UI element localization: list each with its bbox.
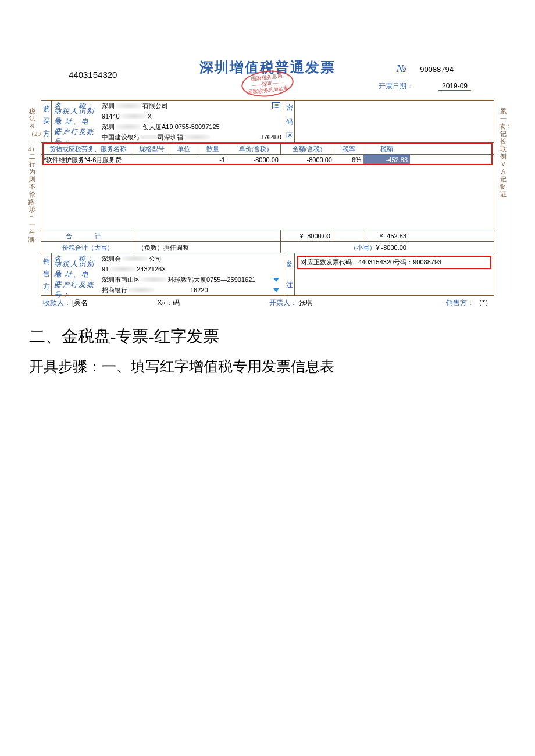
col-rate: 税率 — [334, 143, 363, 155]
invoice-footer: 收款人：[吴名 X«：码 开票人：张琪 销售方：（*） — [41, 296, 494, 308]
buyer-section-label: 购买方 — [41, 101, 52, 142]
totals-row: 合 计 ¥ -8000.00 ¥ -452.83 — [41, 230, 494, 242]
item-unit — [169, 155, 198, 165]
section-heading: 二、金税盘-专票-红字发票 — [29, 325, 506, 347]
invoice-code: 4403154320 — [69, 70, 117, 80]
invoice-frame: 购买方 名 称： 深圳有限公司☰ 纳税人识别号： 91440X 地 址、电 话：… — [41, 100, 494, 296]
grand-total-sm-value: ¥ -8000.00 — [376, 244, 406, 251]
seller-block: 销售方 名 称： 深圳会公司 纳税人识别号： 912432126X 地 址、电 … — [41, 253, 494, 295]
seller-name-value: 深圳会公司 — [102, 255, 281, 263]
seller-bank-label: 开户行及账号： — [54, 280, 102, 300]
total-tax: ¥ -452.83 — [363, 230, 410, 242]
items-body: *软件维护服务*4-6月服务费 -1 -8000.00 -8000.00 6% … — [41, 155, 494, 230]
item-row[interactable]: *软件维护服务*4-6月服务费 -1 -8000.00 -8000.00 6% … — [41, 155, 494, 165]
issue-date-label: 开票日期： — [379, 82, 413, 90]
item-tax: -452.83 — [363, 155, 410, 165]
cipher-section-label: 密码区 — [284, 101, 295, 142]
seller-taxid-value: 912432126X — [102, 266, 281, 273]
grand-total-cn: （负数）捌仟圆整 — [134, 242, 281, 253]
invoice-no-label: № — [397, 63, 406, 74]
buyer-taxid-value: 91440X — [102, 113, 281, 120]
dropdown-icon[interactable] — [273, 278, 279, 282]
item-qty: -1 — [198, 155, 227, 165]
seller-section-label: 销售方 — [41, 253, 52, 295]
col-unit: 单位 — [169, 143, 198, 155]
col-tax: 税额 — [363, 143, 410, 155]
dropdown-icon[interactable] — [273, 288, 279, 292]
total-amount: ¥ -8000.00 — [281, 230, 334, 242]
document-body: 二、金税盘-专票-红字发票 开具步骤：一、填写红字增值税专用发票信息表 — [29, 325, 506, 376]
remark-section-label: 备注 — [284, 253, 295, 295]
seller-addr-value: 深圳市南山区环球数码大厦0755—25901621 — [102, 275, 281, 284]
lookup-icon[interactable]: ☰ — [272, 102, 280, 109]
step-text: 开具步骤：一、填写红字增值税专用发票信息表 — [29, 357, 506, 376]
col-name: 货物或应税劳务、服务名称 — [41, 143, 134, 155]
right-margin-text: 累一改：记长联例Ｖ方记股·证 — [499, 108, 507, 198]
col-qty: 数量 — [198, 143, 227, 155]
col-spec: 规格型号 — [134, 143, 169, 155]
left-margin-text: 税法·9（20—4）二行为则不徐路·珍*·一斗满· — [28, 108, 36, 243]
checker-value: X«：码 — [158, 298, 180, 308]
item-spec — [134, 155, 169, 165]
buyer-bank-value: 中国建设银行司深圳福376480 — [102, 133, 281, 142]
payee-label: 收款人： — [43, 298, 71, 308]
buyer-addr-value: 深圳创大厦A19 0755-50097125 — [102, 123, 281, 131]
invoice: 税法·9（20—4）二行为则不徐路·珍*·一斗满· 累一改：记长联例Ｖ方记股·证… — [41, 58, 494, 308]
seller-bank-value: 招商银行16220 — [102, 286, 281, 295]
cipher-area — [295, 101, 494, 142]
seller-seal-value: （*） — [475, 298, 492, 308]
grand-total-label: 价税合计（大写） — [41, 242, 134, 253]
grand-total-row: 价税合计（大写） （负数）捌仟圆整 （小写）¥ -8000.00 — [41, 242, 494, 253]
col-amount: 金额(含税) — [281, 143, 334, 155]
drawer-label: 开票人： — [269, 298, 297, 308]
remark-pane: 对应正数发票代码：4403154320号码：90088793 — [295, 253, 494, 295]
item-price: -8000.00 — [227, 155, 281, 165]
grand-total-sm-label: （小写） — [350, 244, 376, 251]
drawer-value: 张琪 — [298, 298, 312, 308]
invoice-no-value: 90088794 — [420, 65, 454, 74]
col-price: 单价(含税) — [227, 143, 281, 155]
item-amount: -8000.00 — [281, 155, 334, 165]
item-name: *软件维护服务*4-6月服务费 — [41, 155, 134, 165]
issue-date-value: 2019-09 — [438, 82, 471, 91]
buyer-name-value: 深圳有限公司☰ — [102, 102, 281, 110]
remark-text: 对应正数发票代码：4403154320号码：90088793 — [297, 256, 491, 269]
invoice-header: 4403154320 深圳增值税普通发票 国家税务总局 ——深圳—— 国家税务总… — [41, 58, 494, 100]
total-label: 合 计 — [41, 230, 134, 242]
items-header: 货物或应税劳务、服务名称 规格型号 单位 数量 单价(含税) 金额(含税) 税率… — [41, 143, 494, 155]
buyer-block: 购买方 名 称： 深圳有限公司☰ 纳税人识别号： 91440X 地 址、电 话：… — [41, 101, 494, 143]
item-rate: 6% — [334, 155, 363, 165]
payee-value: [吴名 — [72, 298, 88, 308]
seller-seal-label: 销售方： — [446, 298, 474, 308]
